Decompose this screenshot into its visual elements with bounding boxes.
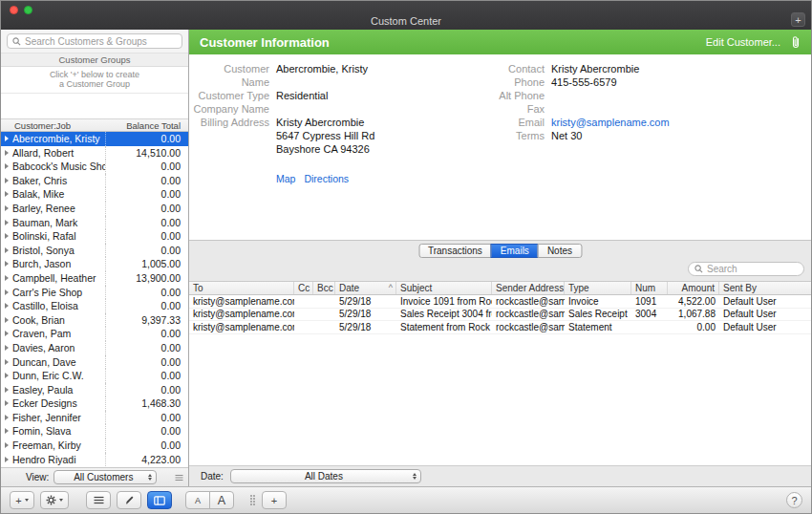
disclosure-triangle-icon[interactable] bbox=[5, 178, 9, 183]
view-dropdown[interactable]: All Customers bbox=[53, 470, 157, 484]
customer-search-field[interactable] bbox=[7, 33, 182, 49]
close-window-button[interactable] bbox=[10, 6, 18, 14]
disclosure-triangle-icon[interactable] bbox=[5, 345, 9, 351]
customer-row[interactable]: Fisher, Jennifer 0.00 bbox=[1, 411, 188, 425]
disclosure-triangle-icon[interactable] bbox=[5, 261, 9, 267]
customer-row[interactable]: Duncan, Dave 0.00 bbox=[1, 355, 188, 370]
sidebar-resize-grip-icon[interactable] bbox=[175, 474, 183, 482]
column-subject[interactable]: Subject bbox=[396, 282, 492, 294]
customer-row[interactable]: Castillo, Eloisa 0.00 bbox=[1, 299, 188, 313]
customer-search-input[interactable] bbox=[25, 36, 177, 47]
column-type[interactable]: Type bbox=[565, 282, 631, 294]
email-search-input[interactable] bbox=[707, 264, 798, 274]
email-row[interactable]: kristy@samplename.com 5/29/18 Sales Rece… bbox=[189, 309, 811, 322]
customer-row[interactable]: Burch, Jason 1,005.00 bbox=[1, 257, 188, 271]
decrease-font-button[interactable]: A bbox=[185, 491, 210, 509]
increase-font-button[interactable]: A bbox=[209, 491, 234, 509]
attachments-paperclip-icon[interactable] bbox=[790, 35, 801, 49]
tab-emails[interactable]: Emails bbox=[491, 244, 539, 258]
column-balance-total[interactable]: Balance Total bbox=[105, 120, 188, 131]
email-row[interactable]: kristy@samplename.com 5/29/18 Statement … bbox=[189, 321, 811, 334]
list-view-button[interactable] bbox=[86, 491, 111, 509]
actions-gear-menu-button[interactable] bbox=[40, 491, 69, 509]
customer-row[interactable]: Bristol, Sonya 0.00 bbox=[1, 244, 188, 258]
customer-row[interactable]: Craven, Pam 0.00 bbox=[1, 327, 188, 341]
directions-link[interactable]: Directions bbox=[304, 173, 349, 184]
customer-row[interactable]: Abercrombie, Kristy 0.00 bbox=[1, 132, 188, 146]
disclosure-triangle-icon[interactable] bbox=[5, 387, 9, 393]
column-to[interactable]: To bbox=[189, 282, 294, 294]
customer-row[interactable]: Ecker Designs 1,468.30 bbox=[1, 396, 188, 411]
edit-customer-button[interactable]: Edit Customer... bbox=[706, 36, 780, 48]
disclosure-triangle-icon[interactable] bbox=[5, 150, 9, 156]
disclosure-triangle-icon[interactable] bbox=[5, 303, 9, 309]
customer-row[interactable]: Davies, Aaron 0.00 bbox=[1, 341, 188, 355]
customer-row[interactable]: Allard, Robert 14,510.00 bbox=[1, 146, 188, 161]
column-date[interactable]: Date^ bbox=[335, 282, 396, 294]
disclosure-triangle-icon[interactable] bbox=[5, 220, 9, 225]
splitter-grip-icon[interactable] bbox=[249, 494, 256, 506]
disclosure-triangle-icon[interactable] bbox=[5, 191, 9, 197]
column-num[interactable]: Num bbox=[631, 282, 668, 294]
disclosure-triangle-icon[interactable] bbox=[5, 163, 9, 169]
column-sent-by[interactable]: Sent By bbox=[719, 282, 811, 294]
tab-transactions[interactable]: Transactions bbox=[418, 244, 492, 258]
disclosure-triangle-icon[interactable] bbox=[5, 428, 9, 434]
info-card-icon bbox=[154, 496, 165, 505]
customer-row[interactable]: Hendro Riyadi 4,223.00 bbox=[1, 453, 188, 467]
contact-value: Kristy Abercrombie bbox=[551, 62, 639, 75]
info-view-toggle-button[interactable] bbox=[147, 491, 172, 509]
customer-row[interactable]: Bauman, Mark 0.00 bbox=[1, 216, 188, 230]
disclosure-triangle-icon[interactable] bbox=[5, 400, 9, 406]
email-search-field[interactable] bbox=[688, 262, 804, 276]
customer-row[interactable]: Dunn, Eric C.W. 0.00 bbox=[1, 369, 188, 383]
disclosure-triangle-icon[interactable] bbox=[5, 317, 9, 323]
add-item-button[interactable]: + bbox=[262, 491, 287, 509]
new-window-plus-button[interactable]: + bbox=[791, 12, 805, 27]
customer-row[interactable]: Cook, Brian 9,397.33 bbox=[1, 313, 188, 328]
disclosure-triangle-icon[interactable] bbox=[5, 205, 9, 211]
tab-notes[interactable]: Notes bbox=[538, 244, 582, 258]
disclosure-triangle-icon[interactable] bbox=[5, 442, 9, 448]
cell-subject: Invoice 1091 from Rock Ca... bbox=[396, 295, 492, 308]
column-cc[interactable]: Cc bbox=[294, 282, 313, 294]
customer-row[interactable]: Easley, Paula 0.00 bbox=[1, 383, 188, 397]
disclosure-triangle-icon[interactable] bbox=[5, 359, 9, 365]
customer-balance-cell: 4,223.00 bbox=[105, 453, 188, 467]
customer-name-cell: Cook, Brian bbox=[12, 313, 105, 328]
customer-center-window: Custom Center + Customer Groups Click '+… bbox=[0, 0, 812, 514]
customer-email-link[interactable]: kristy@samplename.com bbox=[551, 116, 670, 129]
disclosure-triangle-icon[interactable] bbox=[5, 275, 9, 281]
customer-row[interactable]: Campbell, Heather 13,900.00 bbox=[1, 271, 188, 286]
disclosure-triangle-icon[interactable] bbox=[5, 415, 9, 420]
customer-row[interactable]: Carr's Pie Shop 0.00 bbox=[1, 286, 188, 300]
disclosure-triangle-icon[interactable] bbox=[5, 233, 9, 239]
customer-row[interactable]: Babcock's Music Shop 0.00 bbox=[1, 160, 188, 174]
disclosure-triangle-icon[interactable] bbox=[5, 289, 9, 295]
info-right-column: ContactKristy Abercrombie Phone415-555-6… bbox=[476, 62, 670, 142]
disclosure-triangle-icon[interactable] bbox=[5, 331, 9, 336]
column-amount[interactable]: Amount bbox=[668, 282, 719, 294]
disclosure-triangle-icon[interactable] bbox=[5, 373, 9, 378]
column-customer-job[interactable]: Customer:Job bbox=[1, 120, 105, 131]
disclosure-triangle-icon[interactable] bbox=[5, 247, 9, 253]
zoom-window-button[interactable] bbox=[24, 6, 32, 14]
customer-row[interactable]: Bolinski, Rafal 0.00 bbox=[1, 229, 188, 244]
customer-row[interactable]: Fomin, Slava 0.00 bbox=[1, 424, 188, 439]
email-row[interactable]: kristy@samplename.com 5/29/18 Invoice 10… bbox=[189, 295, 811, 309]
map-link[interactable]: Map bbox=[276, 173, 295, 184]
edit-pencil-button[interactable] bbox=[117, 491, 141, 509]
search-icon bbox=[12, 37, 21, 46]
add-customer-menu-button[interactable]: + bbox=[10, 491, 34, 509]
disclosure-triangle-icon[interactable] bbox=[5, 136, 9, 141]
customer-balance-cell: 0.00 bbox=[105, 411, 188, 425]
customer-row[interactable]: Freeman, Kirby 0.00 bbox=[1, 439, 188, 453]
disclosure-triangle-icon[interactable] bbox=[5, 457, 9, 462]
help-button[interactable]: ? bbox=[786, 492, 802, 508]
column-bcc[interactable]: Bcc bbox=[313, 282, 335, 294]
customer-row[interactable]: Balak, Mike 0.00 bbox=[1, 187, 188, 202]
customer-row[interactable]: Barley, Renee 0.00 bbox=[1, 202, 188, 216]
customer-row[interactable]: Baker, Chris 0.00 bbox=[1, 174, 188, 188]
column-sender-address[interactable]: Sender Address bbox=[492, 282, 565, 294]
date-filter-dropdown[interactable]: All Dates bbox=[230, 469, 421, 483]
